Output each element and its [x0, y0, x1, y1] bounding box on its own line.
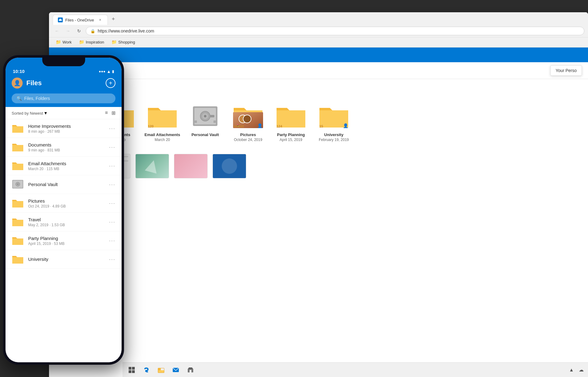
svg-rect-11 — [132, 370, 135, 373]
file-thumb-blue[interactable] — [213, 154, 246, 178]
folder-date-party: April 15, 2019 — [280, 138, 302, 142]
phone-file-name-party: Party Planning — [28, 236, 105, 241]
browser-tab-active[interactable]: Files - OneDrive × — [53, 15, 108, 25]
phone-folder-icon-home — [12, 123, 24, 134]
phone-file-more-email[interactable]: ··· — [109, 163, 115, 169]
phone-file-more-university[interactable]: ··· — [109, 256, 115, 263]
back-button[interactable]: ← — [53, 27, 61, 35]
phone-add-button[interactable]: + — [106, 78, 115, 88]
bookmark-shopping[interactable]: 📁 Shopping — [108, 39, 138, 45]
folder-icon-pictures: 👨‍❤️‍👩 44,160 👤 — [231, 102, 265, 130]
phone-folder-icon-email — [12, 160, 24, 171]
address-bar[interactable]: 🔒 https://www.onedrive.live.com — [86, 27, 584, 35]
bookmark-folder-icon-shopping: 📁 — [111, 40, 117, 44]
folder-name-vault: Personal Vault — [191, 132, 219, 137]
phone-file-info-party: Party Planning April 15, 2019 · 53 MB — [28, 236, 105, 246]
taskbar-mail-btn[interactable] — [169, 364, 183, 376]
folder-name-university: University — [324, 132, 344, 137]
taskbar: ▲ ☁ — [123, 362, 588, 377]
folder-university[interactable]: 15 👤 University February 19, 2019 — [315, 102, 352, 147]
folder-pictures[interactable]: 👨‍❤️‍👩 44,160 👤 Pictures October 24, 201… — [230, 102, 266, 147]
tab-title: Files - OneDrive — [65, 18, 94, 22]
phone-view-toggle: ≡ ⊞ — [105, 110, 115, 116]
phone-sort-control[interactable]: Sorted by Newest ▾ — [12, 110, 47, 116]
phone-file-item-documents[interactable]: Documents 9 min ago · 831 MB ··· — [6, 138, 122, 157]
phone-search-icon: 🔍 — [17, 96, 22, 101]
taskbar-up-arrow[interactable]: ▲ — [567, 366, 576, 374]
phone-search: 🔍 Files, Folders — [6, 93, 122, 107]
phone-folder-icon-university — [12, 254, 24, 265]
phone-status-icons: ●●● ▲ ▮ — [99, 69, 114, 74]
file-thumb-geometric[interactable] — [135, 154, 169, 178]
taskbar-cloud-icon[interactable]: ☁ — [577, 366, 586, 374]
phone-grid-view-icon[interactable]: ⊞ — [111, 110, 115, 116]
bookmark-folder-icon-work: 📁 — [56, 40, 61, 44]
phone-file-name-vault: Personal Vault — [28, 182, 105, 187]
onedrive-favicon — [58, 17, 63, 22]
folder-name-party: Party Planning — [277, 132, 305, 137]
phone-file-item-email[interactable]: Email Attachments March 20 · 115 MB ··· — [6, 157, 122, 175]
phone-file-item-vault[interactable]: Personal Vault ··· — [6, 175, 122, 194]
folder-party-planning[interactable]: 124 Party Planning April 15, 2019 — [273, 102, 309, 147]
svg-point-4 — [204, 115, 206, 117]
phone-sort-bar: Sorted by Newest ▾ ≡ ⊞ — [6, 107, 122, 119]
vault-icon-wrap — [188, 102, 222, 130]
phone-sort-label: Sorted by Newest — [12, 111, 43, 116]
folder-icon-university: 15 👤 — [317, 102, 351, 130]
phone-folder-icon-travel — [12, 216, 24, 227]
phone-app-title: Files — [26, 79, 102, 87]
phone-avatar: 👤 — [12, 78, 23, 89]
phone-search-bar[interactable]: 🔍 Files, Folders — [12, 93, 115, 103]
taskbar-windows-btn[interactable] — [125, 364, 138, 376]
phone-header: 👤 Files + — [6, 75, 122, 93]
phone-file-item-party[interactable]: Party Planning April 15, 2019 · 53 MB ··… — [6, 231, 122, 250]
svg-point-22 — [17, 184, 18, 185]
phone-file-item-university[interactable]: University ··· — [6, 250, 122, 269]
phone-file-name-email: Email Attachments — [28, 161, 105, 166]
phone-file-meta-pictures: Oct 24, 2019 · 4.89 GB — [28, 204, 105, 208]
files-main: Files 53 👤 Home Improvements 8m ago — [49, 79, 588, 377]
phone-file-item-pictures[interactable]: Pictures Oct 24, 2019 · 4.89 GB ··· — [6, 194, 122, 213]
phone-time: 10:10 — [13, 69, 24, 74]
forward-button[interactable]: → — [64, 27, 72, 35]
onedrive-toolbar: + New ▾ ⬆ Upload ▾ Your Perso — [49, 62, 588, 79]
phone-file-name-documents: Documents — [28, 142, 105, 147]
phone-file-name-pictures: Pictures — [28, 198, 105, 204]
folder-email-attachments[interactable]: 120 Email Attachments March 20 — [144, 102, 181, 147]
phone-file-name-travel: Travel — [28, 217, 105, 222]
bookmark-work[interactable]: 📁 Work — [53, 39, 75, 45]
tab-bar: Files - OneDrive × + — [49, 12, 588, 25]
phone-body: 10:10 ●●● ▲ ▮ 👤 Files + 🔍 Files, Folders — [3, 55, 124, 365]
refresh-button[interactable]: ↻ — [75, 27, 83, 35]
taskbar-store-btn[interactable] — [184, 364, 197, 376]
phone-file-info-pictures: Pictures Oct 24, 2019 · 4.89 GB — [28, 198, 105, 208]
new-tab-button[interactable]: + — [109, 15, 118, 24]
phone-file-more-vault[interactable]: ··· — [109, 181, 115, 188]
phone-file-more-home[interactable]: ··· — [109, 125, 115, 132]
tooltip-text: Your Perso — [556, 68, 577, 73]
folders-grid: 53 👤 Home Improvements 8m ago 376 — [58, 102, 579, 147]
tab-close-button[interactable]: × — [98, 17, 103, 22]
file-thumb-pink[interactable] — [174, 154, 208, 178]
bookmark-folder-icon-inspiration: 📁 — [79, 40, 84, 44]
phone-file-list: Home Improvements 8 min ago · 267 MB ···… — [6, 119, 122, 362]
taskbar-explorer-btn[interactable] — [154, 364, 168, 376]
phone-sort-chevron: ▾ — [44, 110, 47, 116]
svg-rect-17 — [190, 370, 191, 372]
phone-file-more-travel[interactable]: ··· — [109, 219, 115, 225]
phone-file-item-home[interactable]: Home Improvements 8 min ago · 267 MB ··· — [6, 119, 122, 138]
battery-icon: ▮ — [112, 69, 114, 74]
phone-vault-icon — [12, 179, 24, 190]
phone-notch — [42, 58, 85, 66]
folder-personal-vault[interactable]: Personal Vault — [187, 102, 224, 147]
phone-file-more-documents[interactable]: ··· — [109, 144, 115, 150]
phone-file-more-party[interactable]: ··· — [109, 238, 115, 244]
phone-list-view-icon[interactable]: ≡ — [105, 110, 108, 116]
phone-file-more-pictures[interactable]: ··· — [109, 200, 115, 207]
phone-file-item-travel[interactable]: Travel May 2, 2019 · 1.53 GB ··· — [6, 213, 122, 231]
bookmark-inspiration[interactable]: 📁 Inspiration — [76, 39, 107, 45]
taskbar-end: ▲ ☁ — [567, 366, 586, 374]
folder-name-pictures: Pictures — [240, 132, 256, 137]
folder-icon-party: 124 — [274, 102, 308, 130]
taskbar-edge-btn[interactable] — [140, 364, 153, 376]
